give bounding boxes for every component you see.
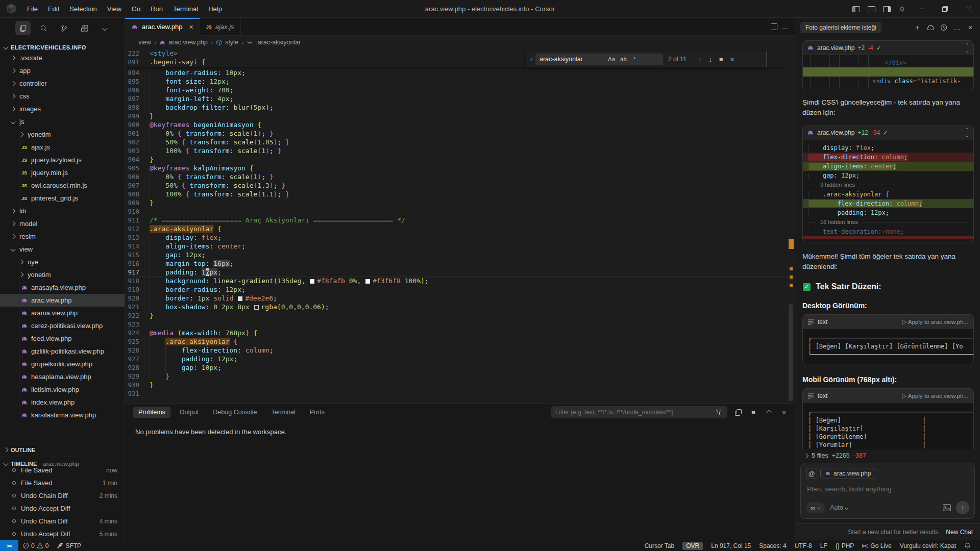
code-line[interactable]: 924@media (max-width: 768px) {	[125, 329, 788, 337]
breadcrumb-item-style[interactable]: style	[216, 39, 238, 46]
line-number[interactable]: 923	[125, 320, 150, 329]
breadcrumb-item-arac-view-php[interactable]: arac.view.php	[159, 39, 207, 46]
menu-edit[interactable]: Edit	[43, 3, 64, 15]
tree-item-feed.view.php[interactable]: feed.view.php	[0, 332, 125, 345]
line-number[interactable]: 924	[125, 329, 150, 337]
panel-tab-debug-console[interactable]: Debug Console	[208, 407, 262, 418]
tree-item-pinterest_grid.js[interactable]: JSpinterest_grid.js	[0, 192, 125, 205]
regex-toggle[interactable]: .*	[630, 55, 638, 63]
tree-item-owl.carousel.min.js[interactable]: JSowl.carousel.min.js	[0, 179, 125, 192]
line-number[interactable]: 905	[125, 164, 150, 172]
breadcrumb-item--arac-aksiyonlar[interactable]: .arac-aksiyonlar	[247, 39, 301, 46]
code-line[interactable]: 926 flex-direction: column;	[125, 346, 788, 355]
tree-item-ajax.js[interactable]: JSajax.js	[0, 141, 125, 154]
code-line[interactable]: 901 0% { transform: scale(1); }	[125, 129, 788, 138]
line-number[interactable]: 930	[125, 381, 150, 389]
code-line[interactable]: 917 padding: 16px;	[125, 268, 788, 277]
close-window-button[interactable]	[957, 1, 980, 18]
tree-item-jquery.lazyload.js[interactable]: JSjquery.lazyload.js	[0, 154, 125, 166]
editor-more-actions-icon[interactable]: …	[780, 23, 790, 31]
tree-item-grupetkinlik.view.php[interactable]: grupetkinlik.view.php	[0, 358, 125, 370]
close-chat-icon[interactable]: ×	[965, 22, 976, 33]
editor-tab-ajax.js[interactable]: JSajax.js	[200, 18, 241, 36]
panel-tab-terminal[interactable]: Terminal	[266, 407, 301, 418]
line-number[interactable]: 896	[125, 86, 150, 94]
panel-tab-output[interactable]: Output	[175, 407, 204, 418]
code-line[interactable]: 902 50% { transform: scale(1.05); }	[125, 138, 788, 146]
more-actions-icon[interactable]: …	[951, 22, 963, 33]
line-number[interactable]: 918	[125, 277, 150, 285]
indentation-status[interactable]: Spaces: 4	[755, 540, 790, 551]
line-number[interactable]: 919	[125, 285, 150, 294]
line-number[interactable]: 915	[125, 251, 150, 259]
panel-tab-ports[interactable]: Ports	[305, 407, 330, 418]
panel-tab-problems[interactable]: Problems	[133, 407, 170, 418]
apply-to-file-button[interactable]: ▷ Apply to arac.view.ph...	[902, 392, 968, 399]
code-line[interactable]: 912.arac-aksiyonlar {	[125, 224, 788, 233]
whole-word-toggle[interactable]: ab	[618, 55, 629, 63]
code-line[interactable]: 904}	[125, 155, 788, 164]
menu-run[interactable]: Run	[146, 3, 167, 15]
toggle-sidebar-icon[interactable]	[848, 2, 864, 16]
line-number[interactable]: 928	[125, 363, 150, 372]
send-button[interactable]: ↑	[956, 501, 969, 514]
editor-tab-arac.view.php[interactable]: arac.view.php×	[125, 18, 200, 36]
filter-funnel-icon[interactable]	[714, 409, 723, 415]
line-number[interactable]: 900	[125, 120, 150, 129]
code-line[interactable]: 931	[125, 389, 788, 398]
go-live-status[interactable]: Go Live	[858, 540, 895, 551]
tree-item-yonetim[interactable]: yonetim	[0, 268, 125, 281]
tree-item-resim[interactable]: resim	[0, 230, 125, 243]
tree-item-gizlilik-politikasi.view.php[interactable]: gizlilik-politikasi.view.php	[0, 345, 125, 358]
minimize-button[interactable]	[910, 1, 933, 18]
expand-card-icon[interactable]: ⌃⌄	[965, 42, 969, 54]
diff-card-header[interactable]: arac.view.php +2 -4 ✓ ⌃⌄	[803, 41, 973, 55]
code-line[interactable]: 927 padding: 12px;	[125, 355, 788, 363]
timeline-entry[interactable]: Undo Chain Diff2 mins	[0, 489, 125, 502]
code-line[interactable]: 895 font-size: 12px;	[125, 77, 788, 86]
find-toggle-replace-icon[interactable]: ›	[527, 56, 535, 63]
tree-item-lib[interactable]: lib	[0, 205, 125, 217]
expand-card-icon[interactable]: ⌃⌄	[965, 127, 969, 138]
line-number[interactable]: 222	[125, 49, 150, 58]
search-icon[interactable]	[36, 21, 51, 35]
new-chat-button[interactable]: New Chat	[946, 529, 973, 536]
cursor-tab-status[interactable]: Cursor Tab	[641, 540, 678, 551]
line-number[interactable]: 925	[125, 337, 150, 346]
split-editor-icon[interactable]	[769, 23, 778, 30]
explorer-icon[interactable]	[15, 21, 31, 35]
breadcrumb-item-view[interactable]: view	[138, 39, 151, 46]
tree-item-uye[interactable]: uye	[0, 256, 125, 268]
code-line[interactable]: 897 margin-left: 4px;	[125, 94, 788, 103]
line-number[interactable]: 904	[125, 155, 150, 164]
code-line[interactable]: 928 gap: 10px;	[125, 363, 788, 372]
hidden-lines-separator[interactable]: 16 hidden lines	[808, 217, 968, 227]
source-control-icon[interactable]	[56, 21, 71, 35]
hidden-lines-separator[interactable]: 9 hidden lines	[808, 180, 968, 190]
line-number[interactable]: 922	[125, 311, 150, 320]
translation-status[interactable]: Vurgulu ceviri: Kapat	[896, 540, 960, 551]
eol-status[interactable]: LF	[816, 540, 831, 551]
line-number[interactable]: 897	[125, 94, 150, 103]
tree-item-js[interactable]: js	[0, 115, 125, 128]
tree-item-model[interactable]: model	[0, 217, 125, 230]
code-line[interactable]: 896 font-weight: 700;	[125, 86, 788, 94]
code-line[interactable]: 898 backdrop-filter: blur(5px);	[125, 103, 788, 112]
tree-item-controller[interactable]: controller	[0, 77, 125, 90]
tree-item-yonetim[interactable]: yonetim	[0, 128, 125, 141]
line-number[interactable]: 916	[125, 259, 150, 268]
history-icon[interactable]	[938, 22, 949, 33]
menu-file[interactable]: File	[22, 3, 42, 15]
code-line[interactable]: 921 box-shadow: 0 2px 8px rgba(0,0,0,0.0…	[125, 303, 788, 311]
tree-item-index.view.php[interactable]: index.view.php	[0, 396, 125, 409]
line-number[interactable]: 917	[125, 268, 150, 277]
line-number[interactable]: 921	[125, 303, 150, 311]
model-selector[interactable]: Auto	[830, 504, 848, 511]
tree-item-arama.view.php[interactable]: arama.view.php	[0, 307, 125, 319]
next-match-icon[interactable]: ↓	[705, 55, 716, 64]
line-number[interactable]: 911	[125, 216, 150, 224]
diff-card-header[interactable]: arac.view.php +12 -34 ✓ ⌃⌄	[803, 126, 973, 140]
line-number[interactable]: 931	[125, 389, 150, 398]
code-line[interactable]: 905@keyframes kalpAnimasyon {	[125, 164, 788, 172]
overview-ruler[interactable]	[788, 49, 795, 403]
